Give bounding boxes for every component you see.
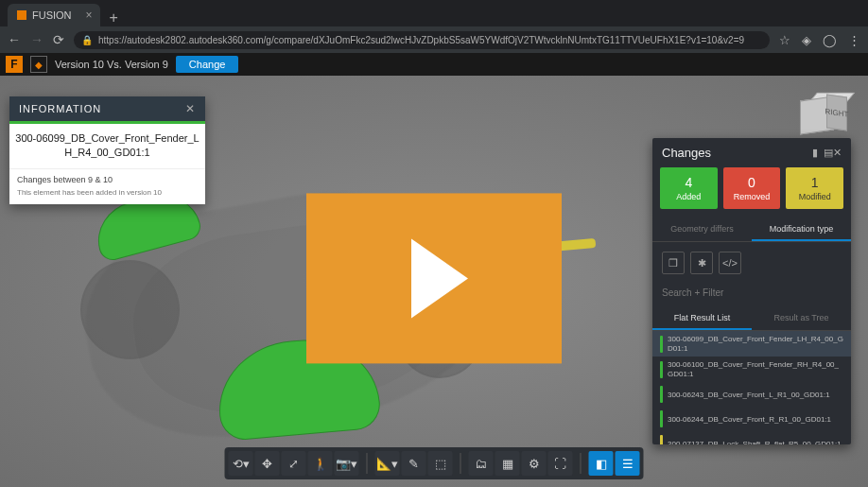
stat-removed[interactable]: 0 Removed	[723, 167, 781, 209]
browser-tab-bar: FUSION × +	[0, 0, 868, 26]
play-icon	[411, 238, 468, 318]
reload-button[interactable]: ⟳	[53, 32, 64, 47]
stat-modified[interactable]: 1 Modified	[786, 167, 843, 209]
viewport-3d[interactable]: RIGHT INFORMATION ✕ 300-06099_DB_Cover_F…	[0, 76, 868, 487]
tab-modification-type[interactable]: Modification type	[752, 218, 851, 241]
measure-tool[interactable]: 📐▾	[375, 451, 400, 476]
info-panel-title: INFORMATION	[19, 103, 101, 114]
address-bar: ← → ⟳ 🔒 https://autodesk2802.autodesk360…	[0, 26, 868, 53]
orbit-tool[interactable]: ⟲▾	[229, 451, 253, 476]
fusion-logo[interactable]: F	[6, 56, 23, 73]
result-item-label: 300-06099_DB_Cover_Front_Fender_LH_R4_00…	[668, 335, 843, 353]
version-compare-label: Version 10 Vs. Version 9	[55, 59, 168, 70]
walk-tool[interactable]: 🚶	[308, 451, 333, 476]
section-tool[interactable]: ✎	[402, 451, 426, 476]
zoom-tool[interactable]: ⤢	[282, 451, 306, 476]
result-item-label: 300-07137_DB_Lock_Shaft_R_flat_R5_00_GD0…	[668, 440, 843, 444]
star-icon[interactable]: ☆	[779, 33, 790, 47]
status-chip	[660, 336, 663, 353]
menu-icon[interactable]: ⋮	[848, 33, 860, 47]
lock-icon: 🔒	[81, 35, 93, 45]
model-browser-tool[interactable]: 🗂	[469, 451, 494, 476]
profile-icon[interactable]: ◯	[823, 33, 837, 47]
compare-tool-a[interactable]: ◧	[589, 451, 614, 476]
viewer-toolbar: ⟲▾ ✥ ⤢ 🚶 📷▾ 📐▾ ✎ ⬚ 🗂 ▦ ⚙ ⛶ ◧ ☰	[225, 447, 644, 479]
fusion-favicon	[17, 10, 26, 20]
info-element-name: 300-06099_DB_Cover_Front_Fender_LH_R4_00…	[9, 124, 205, 169]
result-item-label: 300-06244_DB_Cover_Front_R_R1_00_GD01:1	[668, 415, 843, 425]
tab-flat-result[interactable]: Flat Result List	[652, 307, 752, 330]
camera-tool[interactable]: 📷▾	[335, 451, 359, 476]
back-button[interactable]: ←	[8, 32, 21, 47]
close-icon[interactable]: ✕	[185, 102, 196, 115]
explode-icon[interactable]: ✱	[690, 252, 713, 274]
information-panel: INFORMATION ✕ 300-06099_DB_Cover_Front_F…	[9, 96, 205, 204]
explode-tool[interactable]: ⬚	[428, 451, 453, 476]
info-subtitle: Changes between 9 & 10	[9, 169, 205, 186]
pan-tool[interactable]: ✥	[255, 451, 280, 476]
tab-title: FUSION	[32, 9, 72, 21]
extensions-icon[interactable]: ◈	[802, 33, 811, 47]
result-item[interactable]: 300-07137_DB_Lock_Shaft_R_flat_R5_00_GD0…	[652, 431, 851, 444]
search-filter-input[interactable]: Search + Filter	[662, 287, 723, 298]
viewcube[interactable]: RIGHT	[800, 87, 851, 138]
result-item[interactable]: 300-06100_DB_Cover_Front_Fender_RH_R4_00…	[652, 357, 851, 382]
result-item-label: 300-06100_DB_Cover_Front_Fender_RH_R4_00…	[668, 360, 843, 378]
tab-geometry-differs[interactable]: Geometry differs	[652, 218, 752, 241]
result-item[interactable]: 300-06099_DB_Cover_Front_Fender_LH_R4_00…	[652, 331, 851, 357]
compare-tool-b[interactable]: ☰	[616, 451, 640, 476]
result-item[interactable]: 300-06244_DB_Cover_Front_R_R1_00_GD01:1	[652, 407, 851, 431]
close-tab-icon[interactable]: ×	[86, 9, 93, 22]
forward-button[interactable]: →	[30, 32, 43, 47]
status-chip	[660, 361, 663, 378]
browser-tab[interactable]: FUSION ×	[8, 4, 100, 26]
app-secondary-icon[interactable]: ◆	[30, 56, 47, 73]
app-header: F ◆ Version 10 Vs. Version 9 Change	[0, 53, 868, 76]
new-tab-button[interactable]: +	[100, 9, 128, 26]
result-item-label: 300-06243_DB_Cover_Front_L_R1_00_GD01:1	[668, 391, 843, 400]
change-button[interactable]: Change	[176, 56, 239, 73]
video-play-overlay[interactable]	[306, 193, 562, 363]
url-text: https://autodesk2802.autodesk360.com/g/c…	[98, 35, 744, 45]
status-chip	[660, 410, 663, 427]
fullscreen-tool[interactable]: ⛶	[548, 451, 573, 476]
cube-view-icon[interactable]: ❒	[662, 252, 685, 274]
changes-title: Changes	[662, 146, 711, 160]
stat-added[interactable]: 4 Added	[660, 167, 718, 209]
result-list: 300-06099_DB_Cover_Front_Fender_LH_R4_00…	[652, 331, 851, 444]
info-note: This element has been added in version 1…	[9, 186, 205, 204]
status-chip	[660, 386, 663, 403]
status-chip	[660, 435, 663, 444]
url-field[interactable]: 🔒 https://autodesk2802.autodesk360.com/g…	[74, 31, 770, 49]
settings-tool[interactable]: ⚙	[522, 451, 547, 476]
changes-panel: Changes ▮ ▤✕ 4 Added 0 Removed 1 Modifie…	[652, 138, 851, 444]
result-item[interactable]: 300-06243_DB_Cover_Front_L_R1_00_GD01:1	[652, 382, 851, 407]
tab-result-tree[interactable]: Result as Tree	[752, 307, 851, 330]
mic-icon[interactable]: ▮	[812, 147, 818, 159]
code-icon[interactable]: </>	[719, 252, 741, 274]
properties-tool[interactable]: ▦	[495, 451, 520, 476]
collapse-icon[interactable]: ▤✕	[824, 147, 842, 159]
